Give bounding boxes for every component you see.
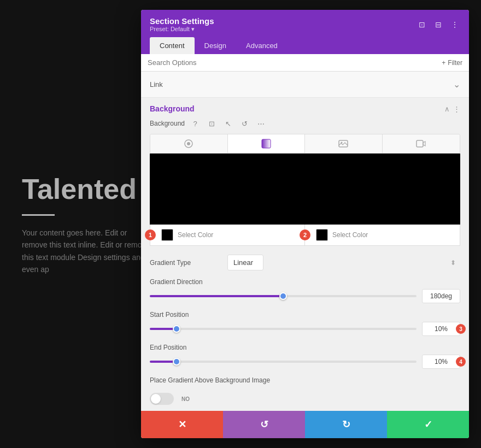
start-position-label: Start Position	[150, 311, 460, 319]
svg-point-1	[187, 142, 190, 145]
image-tab-icon	[338, 139, 348, 149]
background-type-tabs	[150, 134, 460, 154]
gradient-type-select-wrapper: Linear Radial Conical	[227, 255, 460, 270]
bg-type-image[interactable]	[305, 134, 383, 153]
toggle-control-row: NO	[150, 393, 460, 405]
end-position-controls: 4	[150, 355, 460, 369]
copy-icon[interactable]: ⊡	[206, 117, 218, 129]
tab-advanced[interactable]: Advanced	[236, 37, 288, 54]
modal-header-top: Section Settings Preset: Default ▾ ⊡ ⊟ ⋮	[150, 16, 460, 33]
more-icon[interactable]: ⋮	[449, 19, 460, 30]
svg-rect-2	[262, 139, 271, 148]
toggle-state-label: NO	[181, 396, 190, 402]
link-collapsible[interactable]: Link ⌄	[141, 72, 469, 98]
color-swatch-2[interactable]	[316, 229, 328, 241]
gradient-direction-row: Gradient Direction	[150, 278, 460, 303]
redo-button[interactable]: ↻	[305, 411, 387, 438]
color-swatch-1[interactable]	[161, 229, 173, 241]
save-button[interactable]: ✓	[387, 411, 469, 438]
reset-button[interactable]: ↺	[223, 411, 305, 438]
color-stop-1: 1 Select Color	[150, 225, 305, 245]
start-position-thumb[interactable]	[173, 325, 180, 333]
modal-header: Section Settings Preset: Default ▾ ⊡ ⊟ ⋮…	[141, 10, 469, 54]
filter-button[interactable]: + Filter	[442, 59, 462, 67]
bg-type-gradient[interactable]	[228, 134, 306, 153]
gradient-direction-value[interactable]	[422, 289, 460, 303]
more-options-icon[interactable]: ⋯	[255, 117, 267, 129]
cursor-icon[interactable]: ↖	[222, 117, 234, 129]
modal-header-icons: ⊡ ⊟ ⋮	[417, 19, 460, 30]
chevron-down-icon: ⌄	[453, 79, 460, 90]
filter-plus-icon: +	[442, 59, 445, 67]
gradient-type-select[interactable]: Linear Radial Conical	[227, 255, 263, 270]
gradient-type-row: Gradient Type Linear Radial Conical	[150, 255, 460, 270]
end-position-value[interactable]	[422, 355, 460, 369]
bg-type-video[interactable]	[383, 134, 460, 153]
modal-body: + Filter Link ⌄ Background ∧ ⋮ Backgroun…	[141, 54, 469, 411]
modal-title: Section Settings	[150, 16, 214, 26]
stop-badge-2: 2	[300, 229, 310, 240]
end-position-value-wrapper: 4	[422, 355, 460, 369]
svg-rect-5	[417, 140, 423, 147]
place-gradient-label: Place Gradient Above Background Image	[150, 376, 270, 384]
section-settings-modal: Section Settings Preset: Default ▾ ⊡ ⊟ ⋮…	[141, 10, 469, 438]
stop-badge-1: 1	[145, 229, 156, 240]
color-tab-icon	[184, 139, 193, 149]
select-color-2-label[interactable]: Select Color	[332, 231, 368, 239]
select-color-1-label[interactable]: Select Color	[178, 231, 213, 239]
filter-label: Filter	[448, 59, 462, 67]
start-position-value-wrapper: 3	[422, 322, 460, 336]
layout-icon[interactable]: ⊟	[433, 19, 444, 30]
end-position-label: End Position	[150, 344, 460, 351]
badge-4: 4	[456, 357, 466, 367]
start-position-row: Start Position 3	[150, 311, 460, 336]
gradient-direction-thumb[interactable]	[279, 292, 287, 300]
gradient-type-label: Gradient Type	[150, 259, 221, 267]
video-tab-icon	[416, 139, 426, 149]
gradient-tab-icon	[261, 139, 271, 149]
place-gradient-toggle[interactable]	[150, 393, 174, 405]
gradient-direction-fill	[150, 295, 283, 297]
modal-footer: ✕ ↺ ↻ ✓	[141, 411, 469, 438]
gradient-direction-track[interactable]	[150, 295, 417, 297]
end-position-row: End Position 4	[150, 344, 460, 369]
background-label: Background	[150, 120, 185, 127]
background-controls-row: Background ? ⊡ ↖ ↺ ⋯	[150, 117, 460, 129]
help-icon[interactable]: ?	[189, 117, 201, 129]
cancel-button[interactable]: ✕	[141, 411, 223, 438]
link-label: Link	[150, 80, 163, 89]
start-position-controls: 3	[150, 322, 460, 336]
section-more-icon[interactable]: ⋮	[453, 105, 460, 113]
background-section: Background ∧ ⋮ Background ? ⊡ ↖ ↺ ⋯	[141, 98, 469, 405]
background-section-header: Background ∧ ⋮	[150, 98, 460, 117]
window-icon[interactable]: ⊡	[417, 19, 427, 30]
tab-design[interactable]: Design	[195, 37, 236, 54]
end-position-thumb[interactable]	[173, 358, 180, 366]
end-position-track[interactable]	[150, 361, 417, 363]
place-gradient-row: Place Gradient Above Background Image	[150, 376, 460, 384]
toggle-knob	[151, 394, 161, 404]
search-bar: + Filter	[141, 54, 469, 72]
modal-title-group: Section Settings Preset: Default ▾	[150, 16, 214, 33]
badge-3: 3	[456, 324, 466, 334]
start-position-value[interactable]	[422, 322, 460, 336]
modal-tabs: Content Design Advanced	[150, 37, 460, 54]
tab-content[interactable]: Content	[150, 37, 195, 54]
collapse-icon[interactable]: ∧	[444, 105, 450, 113]
gradient-direction-controls	[150, 289, 460, 303]
undo-icon[interactable]: ↺	[238, 117, 250, 129]
gradient-direction-label: Gradient Direction	[150, 278, 460, 286]
color-stops: 1 Select Color 2 Select Color	[150, 225, 460, 246]
search-input[interactable]	[148, 58, 442, 67]
background-section-icons: ∧ ⋮	[444, 105, 460, 113]
gradient-preview	[150, 154, 460, 225]
start-position-track[interactable]	[150, 328, 417, 330]
background-section-title: Background	[150, 104, 195, 113]
bg-type-color[interactable]	[150, 134, 228, 153]
modal-preset[interactable]: Preset: Default ▾	[150, 26, 214, 33]
color-stop-2: 2 Select Color	[305, 225, 460, 245]
